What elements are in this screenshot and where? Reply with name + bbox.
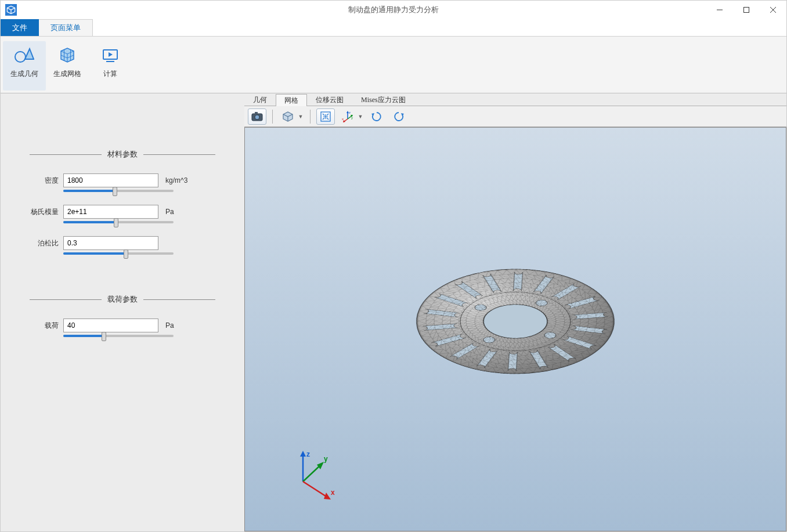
3d-viewport[interactable]: z y x xyxy=(244,127,786,531)
rotate-ccw-icon[interactable] xyxy=(389,108,408,125)
svg-rect-2 xyxy=(744,8,749,13)
ribbon-label: 生成几何 xyxy=(10,69,38,79)
transparency-tool[interactable]: ▼ xyxy=(279,108,304,125)
svg-text:y: y xyxy=(324,455,328,463)
param-density: 密度 kg/m^3 xyxy=(30,173,215,187)
brake-disc-mesh xyxy=(398,259,634,383)
app-window: 制动盘的通用静力受力分析 文件 页面菜单 生成几何 xyxy=(0,0,787,532)
camera-icon[interactable] xyxy=(248,108,266,125)
titlebar: 制动盘的通用静力受力分析 xyxy=(1,1,786,19)
menu-tabs: 文件 页面菜单 xyxy=(1,19,786,37)
density-slider[interactable] xyxy=(63,190,174,192)
dropdown-arrow-icon[interactable]: ▼ xyxy=(297,114,304,120)
menu-page[interactable]: 页面菜单 xyxy=(39,19,93,36)
minimize-button[interactable] xyxy=(706,1,733,19)
view-toolbar: ▼ z y x xyxy=(244,106,786,127)
ribbon-compute[interactable]: 计算 xyxy=(89,41,132,91)
window-controls xyxy=(706,1,786,19)
ribbon-label: 计算 xyxy=(103,69,117,79)
svg-rect-10 xyxy=(255,112,258,114)
svg-text:x: x xyxy=(331,488,335,497)
ribbon: 生成几何 生成网格 计算 xyxy=(1,37,786,93)
mesh-icon xyxy=(57,45,78,66)
param-label: 泊松比 xyxy=(30,238,59,248)
section-load: 载荷参数 xyxy=(30,294,215,305)
app-icon xyxy=(5,4,17,16)
param-label: 杨氏模量 xyxy=(30,207,59,217)
svg-point-5 xyxy=(15,52,26,62)
youngs-slider[interactable] xyxy=(63,221,174,223)
section-title: 材料参数 xyxy=(107,149,138,160)
view-tab-geometry[interactable]: 几何 xyxy=(244,93,276,106)
param-poisson: 泊松比 xyxy=(30,236,215,250)
svg-point-9 xyxy=(255,115,259,120)
load-slider[interactable] xyxy=(63,335,174,337)
poisson-input[interactable] xyxy=(63,236,158,250)
view-tab-mesh[interactable]: 网格 xyxy=(276,94,307,106)
geometry-icon xyxy=(14,45,35,66)
load-input[interactable] xyxy=(63,319,158,332)
ribbon-gen-mesh[interactable]: 生成网格 xyxy=(46,41,89,91)
param-unit: Pa xyxy=(165,208,174,216)
viewport-area: 几何 网格 位移云图 Mises应力云图 ▼ xyxy=(244,93,786,531)
svg-line-1062 xyxy=(303,482,327,497)
axis-tool[interactable]: z y x ▼ xyxy=(338,108,364,125)
cube-icon[interactable] xyxy=(279,108,297,125)
maximize-button[interactable] xyxy=(733,1,760,19)
svg-text:y: y xyxy=(351,116,353,120)
svg-text:z: z xyxy=(306,450,310,458)
window-title: 制动盘的通用静力受力分析 xyxy=(348,5,439,15)
close-button[interactable] xyxy=(760,1,786,19)
poisson-slider[interactable] xyxy=(63,252,174,255)
view-tab-mises[interactable]: Mises应力云图 xyxy=(352,93,414,106)
view-tabs: 几何 网格 位移云图 Mises应力云图 xyxy=(244,93,786,106)
svg-text:z: z xyxy=(349,111,351,114)
side-panel: 材料参数 密度 kg/m^3 杨氏模量 Pa xyxy=(1,93,244,531)
compute-icon xyxy=(100,45,121,66)
zoom-extents-icon[interactable] xyxy=(316,108,335,125)
menu-file[interactable]: 文件 xyxy=(1,19,39,36)
param-label: 密度 xyxy=(30,176,59,186)
axis-gizmo: z y x xyxy=(286,450,338,508)
section-title: 载荷参数 xyxy=(107,294,138,305)
rotate-cw-icon[interactable] xyxy=(367,108,386,125)
ribbon-label: 生成网格 xyxy=(53,69,81,79)
param-unit: Pa xyxy=(165,321,174,330)
param-load: 载荷 Pa xyxy=(30,319,215,332)
param-label: 载荷 xyxy=(30,321,59,331)
dropdown-arrow-icon[interactable]: ▼ xyxy=(357,114,364,120)
youngs-input[interactable] xyxy=(63,205,158,219)
ribbon-gen-geometry[interactable]: 生成几何 xyxy=(3,41,46,91)
view-tab-displacement[interactable]: 位移云图 xyxy=(307,93,352,106)
section-material: 材料参数 xyxy=(30,149,215,160)
axis-icon[interactable]: z y x xyxy=(338,108,357,125)
param-unit: kg/m^3 xyxy=(165,176,187,184)
density-input[interactable] xyxy=(63,173,158,187)
main-area: 材料参数 密度 kg/m^3 杨氏模量 Pa xyxy=(1,93,786,531)
svg-text:x: x xyxy=(342,117,344,121)
param-youngs: 杨氏模量 Pa xyxy=(30,205,215,219)
